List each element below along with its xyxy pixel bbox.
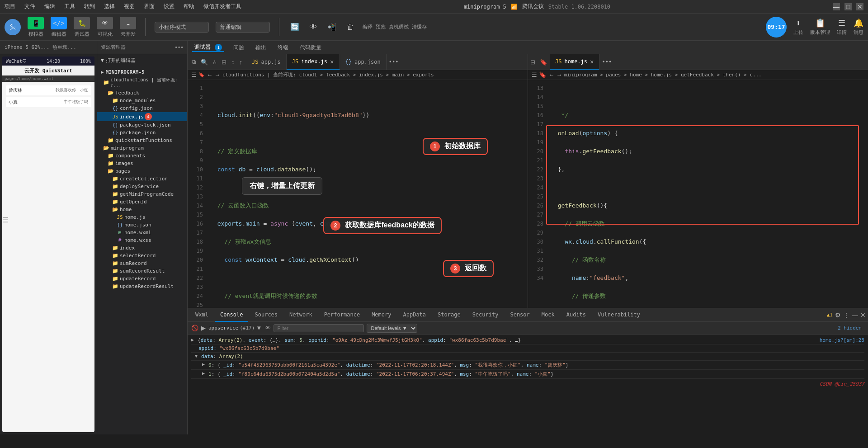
tab-close-index-js[interactable]: ✕ — [330, 58, 334, 65]
menu-item-edit[interactable]: 编辑 — [44, 3, 55, 10]
right-breadcrumb-forward[interactable]: → — [556, 71, 562, 78]
project-header[interactable]: ▶ MINIPROGRAM-5 — [97, 68, 187, 76]
detail-action[interactable]: ☰ 详情 — [837, 18, 847, 36]
right-breadcrumb-bookmark[interactable]: 🔖 — [539, 71, 547, 78]
expand-arrow-0[interactable]: ▶ — [202, 362, 205, 367]
menu-item-tools[interactable]: 工具 — [64, 3, 75, 10]
feedback-folder[interactable]: 📂 feedback — [97, 89, 187, 97]
home-folder[interactable]: 📂 home — [97, 206, 187, 213]
devtools-minimize-icon[interactable]: — — [852, 311, 858, 319]
tab-close-home-js[interactable]: ✕ — [590, 58, 594, 65]
minimize-button[interactable]: — — [833, 3, 840, 10]
breadcrumb-forward[interactable]: → — [214, 71, 220, 78]
package-json-item[interactable]: {} package.json — [97, 129, 187, 137]
miniprogram-folder[interactable]: 📂 miniprogram — [97, 144, 187, 152]
node-modules-folder[interactable]: 📁 node_modules — [97, 97, 187, 104]
level-select[interactable]: Default levels ▼ — [367, 324, 417, 333]
deploy-service-folder[interactable]: 📁 deployService — [97, 183, 187, 190]
devtools-tab-performance[interactable]: Performance — [319, 308, 365, 322]
filter-input[interactable] — [274, 324, 364, 332]
index-js-item[interactable]: JS index.js 4 — [97, 112, 187, 121]
editor-button[interactable]: </> 编辑器 — [51, 17, 67, 38]
devtools-tab-wxml[interactable]: Wxml — [190, 308, 214, 322]
clear-console-icon[interactable]: 🚫 — [191, 325, 198, 331]
console-source-main[interactable]: home.js?[sm]:28 — [820, 337, 864, 343]
devtools-tab-sensor[interactable]: Sensor — [505, 308, 535, 322]
sum-record-result-folder[interactable]: 📁 sumRecordResult — [97, 267, 187, 275]
deploy-icon[interactable]: ↑ — [238, 58, 245, 66]
right-bookmark-icon[interactable]: 🔖 — [540, 59, 547, 66]
devtools-tab-storage[interactable]: Storage — [432, 308, 466, 322]
tab-app-js[interactable]: JS app.js — [246, 54, 287, 70]
devtools-tab-security[interactable]: Security — [467, 308, 504, 322]
get-mini-program-code-folder[interactable]: 📁 getMiniProgramCode — [97, 190, 187, 198]
cloud-sync-icon[interactable]: ↕ — [230, 58, 236, 66]
create-collection-folder[interactable]: 📁 createCollection — [97, 175, 187, 183]
cloud-button[interactable]: ☁ 云开发 — [120, 17, 136, 38]
devtools-close-icon[interactable]: ✕ — [860, 311, 866, 319]
sum-record-folder[interactable]: 📁 sumRecord — [97, 259, 187, 267]
select-record-folder[interactable]: 📁 selectRecord — [97, 252, 187, 259]
explorer-more-icon[interactable]: ••• — [175, 44, 184, 50]
tab-index-js[interactable]: JS index.js ✕ — [287, 54, 340, 70]
menu-item-help[interactable]: 帮助 — [184, 3, 194, 10]
quickstart-folder[interactable]: 📁 quickstartFunctions — [97, 137, 187, 144]
devtools-tab-mock[interactable]: Mock — [536, 308, 560, 322]
upload-action[interactable]: ⬆ 上传 — [793, 18, 803, 36]
update-record-result-folder[interactable]: 📁 updateRecordResult — [97, 283, 187, 290]
index-folder[interactable]: 📁 index — [97, 244, 187, 252]
layout-icon[interactable]: ⊞ — [220, 58, 228, 66]
tab-code-quality[interactable]: 代码质量 — [297, 44, 324, 52]
mini-program-mode-select[interactable]: 小程序模式 — [155, 22, 209, 33]
home-wxml-item[interactable]: ⊞ home.wxml — [97, 229, 187, 236]
right-code-content[interactable]: */ onLoad(options) { this.getFeedback();… — [546, 80, 868, 308]
tab-home-js[interactable]: JS home.js ✕ — [550, 54, 599, 70]
device-debug-icon[interactable]: 📲 — [326, 21, 338, 33]
maximize-button[interactable]: □ — [844, 3, 852, 10]
expand-arrow-main[interactable]: ▶ — [191, 337, 194, 342]
tab-app-json[interactable]: {} app.json — [340, 54, 387, 70]
expand-arrow-data[interactable]: ▼ — [195, 354, 198, 358]
close-button[interactable]: ✕ — [856, 3, 863, 10]
split-view-icon[interactable]: ⧉ — [190, 57, 198, 66]
appservice-dropdown-icon[interactable]: ▼ — [256, 325, 262, 331]
home-wxss-item[interactable]: # home.wxss — [97, 236, 187, 244]
menu-item-project[interactable]: 项目 — [5, 3, 15, 10]
devtools-more-icon[interactable]: ⋮ — [843, 311, 849, 319]
menu-item-view[interactable]: 视图 — [124, 3, 135, 10]
right-split-icon[interactable]: ⊟ — [530, 59, 535, 66]
devtools-content[interactable]: ▶ {data: Array(2), event: {…}, sum: 5, o… — [188, 335, 868, 434]
breadcrumb-back[interactable]: ← — [207, 71, 212, 78]
get-open-id-folder[interactable]: 📁 getOpenId — [97, 198, 187, 206]
components-folder[interactable]: 📁 components — [97, 152, 187, 160]
tab-output[interactable]: 输出 — [253, 44, 269, 52]
devtools-tab-memory[interactable]: Memory — [366, 308, 396, 322]
devtools-tab-sources[interactable]: Sources — [249, 308, 283, 322]
devtools-settings-icon[interactable]: ⚙ — [835, 311, 841, 319]
devtools-tab-audits[interactable]: Audits — [561, 308, 591, 322]
refresh-icon[interactable]: 🔄 — [288, 21, 301, 33]
menu-item-file[interactable]: 文件 — [24, 3, 35, 10]
devtools-tab-appdata[interactable]: AppData — [397, 308, 431, 322]
menu-item-goto[interactable]: 转到 — [84, 3, 95, 10]
git-icon[interactable]: ⑃ — [211, 58, 218, 66]
simulator-button[interactable]: 📱 模拟器 — [28, 17, 44, 38]
right-more-tabs-icon[interactable]: ••• — [602, 59, 612, 65]
more-tabs-icon[interactable]: ••• — [389, 59, 399, 65]
images-folder[interactable]: 📁 images — [97, 160, 187, 167]
menu-item-interface[interactable]: 界面 — [144, 3, 155, 10]
version-mgr-action[interactable]: 📋 版本管理 — [810, 18, 830, 36]
devtools-tab-console[interactable]: Console — [215, 308, 249, 322]
debug-button[interactable]: 🐛 调试器 — [74, 17, 90, 38]
menu-item-settings[interactable]: 设置 — [164, 3, 175, 10]
right-breadcrumb-nav[interactable]: ☰ — [532, 71, 537, 78]
home-json-item[interactable]: {} home.json — [97, 221, 187, 229]
collapse-sidebar-icon[interactable]: ☰ — [2, 216, 9, 224]
tab-issues[interactable]: 问题 — [231, 44, 246, 52]
eye-icon[interactable]: 👁 — [308, 21, 319, 33]
msg-action[interactable]: 🔔 消息 — [854, 18, 863, 36]
update-record-folder[interactable]: 📁 updateRecord — [97, 275, 187, 283]
visual-button[interactable]: 👁 可视化 — [97, 17, 113, 38]
devtools-tab-vulnerability[interactable]: Vulnerability — [592, 308, 646, 322]
eye-filter-icon[interactable]: 👁 — [265, 325, 271, 331]
